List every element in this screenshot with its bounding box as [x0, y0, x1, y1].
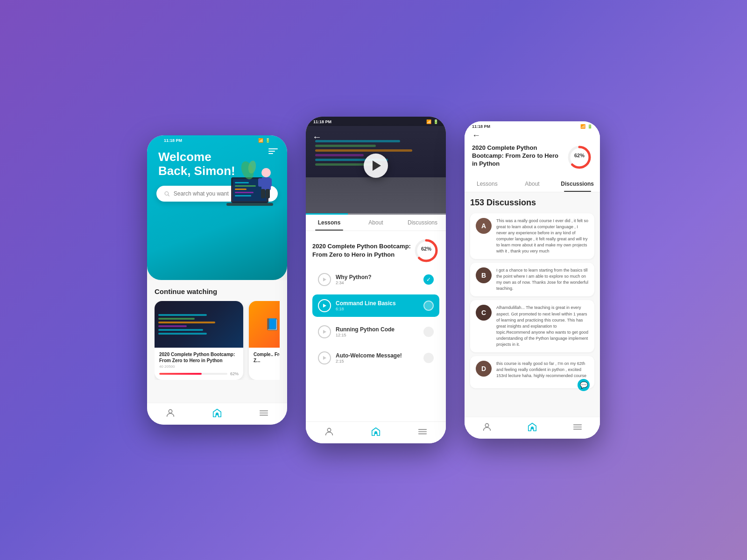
search-icon-p1	[164, 190, 170, 197]
lesson-item-4[interactable]: Auto-Welcome Message! 2:15	[312, 347, 439, 369]
discussion-text-4: this course is really good so far , I'm …	[496, 361, 589, 379]
bottom-nav-p3	[465, 417, 600, 439]
course-header-p2: 2020 Complete Python Bootcamp: From Zero…	[306, 231, 446, 268]
nav-profile-p1[interactable]	[165, 408, 176, 418]
status-time-p2: 11:18 PM	[313, 119, 331, 124]
course-name-1: 2020 Complete Python Bootcamp: From Zero…	[159, 351, 239, 364]
svg-line-17	[168, 195, 169, 196]
nav-dot-p3	[531, 427, 534, 429]
tab-lessons-p3[interactable]: Lessons	[465, 176, 510, 192]
svg-rect-10	[258, 178, 263, 187]
progress-circle-p2: 62%	[413, 238, 439, 264]
svg-rect-3	[235, 182, 249, 183]
tab-discussions-p3[interactable]: Discussions	[555, 176, 600, 192]
lesson-duration-1: 2:34	[336, 280, 419, 285]
nav-dot-p1	[216, 413, 218, 415]
lesson-icon-3	[318, 325, 331, 338]
lesson-item-3[interactable]: Running Python Code 12:15	[312, 321, 439, 343]
avatar-3: C	[476, 305, 492, 321]
lesson-item-1[interactable]: Why Python? 2:34 ✓	[312, 268, 439, 291]
svg-rect-12	[261, 189, 265, 198]
tab-discussions-p2[interactable]: Discussions	[399, 215, 446, 231]
video-section: 11:18 PM 📶🔋 ←	[306, 117, 446, 215]
svg-point-16	[165, 192, 168, 195]
status-time-p1: 11:18 PM	[164, 138, 182, 143]
discussion-card-3: C Alhamdulillah... The teaching is great…	[470, 300, 594, 352]
tab-about-p2[interactable]: About	[352, 215, 399, 231]
svg-point-18	[169, 410, 172, 413]
discussion-card-1: A This was a really good course I ever d…	[470, 213, 594, 259]
nav-home-p1[interactable]	[212, 408, 222, 418]
discussion-text-3: Alhamdulillah... The teaching is great i…	[496, 305, 589, 347]
lesson-icon-2	[318, 299, 331, 312]
discussion-card-4: D this course is really good so far , I'…	[470, 356, 594, 388]
course-card-1[interactable]: 2020 Complete Python Bootcamp: From Zero…	[155, 301, 243, 380]
svg-rect-13	[266, 189, 270, 198]
play-button[interactable]	[364, 154, 388, 178]
lesson-duration-3: 12:15	[336, 333, 419, 337]
svg-rect-6	[235, 192, 254, 193]
svg-point-28	[327, 428, 331, 432]
lessons-list: Why Python? 2:34 ✓ Command Line Basics 6…	[306, 268, 446, 421]
svg-rect-5	[235, 189, 247, 190]
nav-home-p2[interactable]	[371, 427, 381, 437]
discussion-text-1: This was a really good course I ever did…	[496, 218, 589, 254]
lesson-check-2	[423, 301, 434, 311]
status-icons-p3: 📶🔋	[580, 124, 592, 129]
discussion-text-2: I got a chance to learn starting from th…	[496, 267, 589, 292]
lesson-check-3	[423, 327, 434, 337]
back-button-p2[interactable]: ←	[312, 132, 322, 142]
progress-circle-p3: 62%	[566, 144, 592, 170]
course-cards-p1: 2020 Complete Python Bootcamp: From Zero…	[155, 301, 280, 380]
svg-marker-24	[323, 278, 326, 281]
lesson-name-3: Running Python Code	[336, 326, 419, 333]
lesson-name-2: Command Line Basics	[336, 300, 419, 307]
tabs-p3: Lessons About Discussions	[465, 176, 600, 192]
svg-rect-4	[235, 185, 256, 187]
discussions-section: 153 Discussions A This was a really good…	[465, 192, 600, 417]
svg-point-8	[261, 168, 271, 177]
course-name-2: Comple.. From Z...	[254, 351, 280, 364]
bottom-nav-p1	[147, 403, 287, 425]
course-title-p2: 2020 Complete Python Bootcamp: From Zero…	[312, 242, 413, 259]
svg-rect-11	[267, 178, 272, 187]
svg-marker-25	[323, 304, 326, 308]
course-title-p3: 2020 Complete Python Bootcamp: From Zero…	[472, 144, 563, 168]
svg-rect-7	[235, 195, 251, 196]
lesson-duration-2: 6:18	[336, 307, 419, 311]
course-card-2[interactable]: 📘 Comple.. From Z...	[249, 301, 280, 380]
avatar-2: B	[476, 267, 492, 283]
lesson-item-2[interactable]: Command Line Basics 6:18	[312, 294, 439, 317]
bottom-nav-p2	[306, 421, 446, 443]
lesson-name-4: Auto-Welcome Message!	[336, 352, 419, 359]
status-bar-p2: 11:18 PM 📶🔋	[306, 117, 446, 126]
svg-marker-27	[323, 356, 326, 360]
progress-bar-1	[159, 373, 227, 375]
svg-marker-26	[323, 330, 326, 334]
tab-about-p3[interactable]: About	[510, 176, 555, 192]
svg-point-34	[486, 424, 489, 427]
tabs-p2: Lessons About Discussions	[306, 215, 446, 231]
lesson-icon-1	[318, 273, 331, 286]
nav-home-p3[interactable]	[527, 422, 537, 432]
avatar-4: D	[476, 361, 492, 377]
discussions-count: 153 Discussions	[470, 198, 594, 208]
lesson-check-4	[423, 353, 434, 363]
nav-menu-p3[interactable]	[572, 422, 583, 432]
lesson-name-1: Why Python?	[336, 274, 419, 280]
back-button-p3[interactable]: ←	[472, 131, 480, 140]
status-time-p3: 11:18 PM	[472, 124, 490, 129]
continue-watching-title: Continue watching	[155, 287, 280, 295]
menu-icon-p1[interactable]	[268, 148, 278, 154]
status-icons-p1: 📶🔋	[258, 138, 270, 143]
nav-menu-p1[interactable]	[259, 408, 269, 418]
chat-badge[interactable]: 💬	[578, 379, 590, 391]
tab-lessons-p2[interactable]: Lessons	[306, 215, 352, 231]
hero-illustration	[222, 154, 282, 215]
lesson-check-1: ✓	[423, 274, 434, 285]
nav-profile-p3[interactable]	[482, 422, 492, 432]
nav-menu-p2[interactable]	[417, 427, 428, 437]
nav-profile-p2[interactable]	[324, 427, 334, 437]
lesson-icon-4	[318, 351, 331, 364]
phone-discussions: 11:18 PM 📶🔋 ← 2020 Complete Python Bootc…	[465, 121, 600, 439]
